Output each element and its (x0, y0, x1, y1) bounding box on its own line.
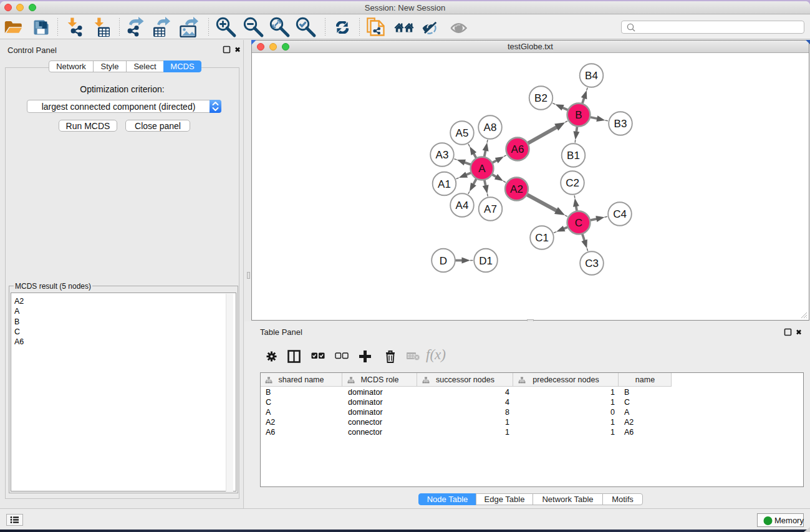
svg-text:C2: C2 (566, 177, 579, 189)
svg-text:A: A (478, 163, 486, 175)
svg-text:A4: A4 (456, 200, 469, 211)
svg-text:C: C (575, 217, 582, 229)
svg-text:B2: B2 (534, 92, 547, 104)
svg-text:B4: B4 (585, 70, 598, 82)
svg-text:D1: D1 (479, 255, 493, 267)
svg-text:A2: A2 (510, 183, 523, 195)
svg-text:B1: B1 (567, 150, 580, 162)
svg-text:A8: A8 (484, 122, 497, 133)
svg-text:A7: A7 (484, 203, 497, 215)
svg-text:D: D (440, 255, 447, 267)
svg-text:A5: A5 (456, 127, 469, 139)
svg-text:C3: C3 (585, 258, 599, 269)
svg-text:A1: A1 (438, 178, 451, 190)
svg-text:A3: A3 (436, 149, 449, 161)
svg-text:C4: C4 (613, 208, 627, 220)
svg-text:B3: B3 (614, 118, 627, 130)
svg-text:B: B (575, 109, 582, 121)
svg-text:C1: C1 (535, 232, 549, 244)
svg-text:A6: A6 (511, 143, 524, 155)
